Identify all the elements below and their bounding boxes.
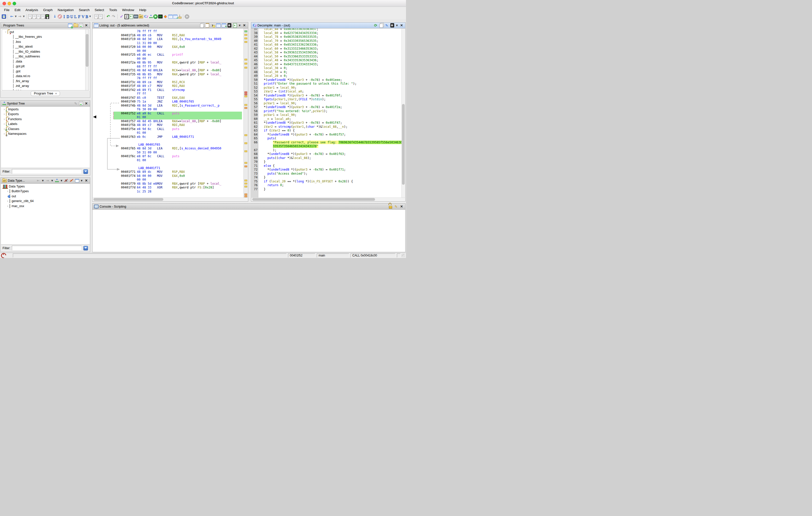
decompile-line[interactable]: 61 *(undefined8 *)(puVar3 + -0x78) = 0x4…	[252, 121, 402, 125]
no-entry-icon[interactable]	[58, 14, 62, 19]
listing-row[interactable]: 00401f25e8 d6 ecCALLprintf	[93, 53, 243, 57]
tree-item-namespaces[interactable]: ›{}Namespaces	[1, 131, 90, 136]
decompile-line[interactable]: 71 else {	[252, 164, 402, 168]
tree-item-got[interactable]: .got	[2, 69, 89, 74]
decompile-line[interactable]: 52 pcVar1 = local_90;	[252, 86, 402, 90]
expander-icon[interactable]: ›	[4, 30, 7, 34]
listing-row[interactable]: 00401f5b48 89 c7MOVRDI,RAX	[93, 123, 243, 127]
close-icon[interactable]: ✕	[84, 23, 88, 27]
diamond-icon[interactable]: ◆	[163, 14, 168, 19]
tab-close-icon[interactable]: ×	[55, 92, 57, 95]
tree-item-libcsubfreeres[interactable]: __libc_subfreeres	[2, 54, 89, 59]
refresh-icon[interactable]: ⟳	[374, 23, 378, 27]
tree-item-data-types[interactable]: Data Types	[1, 184, 90, 189]
caret-icon[interactable]: ▼	[14, 14, 17, 19]
decompile-line[interactable]: 56 pcVar1 = local_90;	[252, 101, 402, 105]
decompile-line[interactable]: 37 local_88 = 0x6636333639363037;	[252, 28, 402, 31]
listing-row[interactable]: 00401f5ee8 9d 6cCALLputs	[93, 127, 243, 131]
edit-icon[interactable]: ✎	[74, 101, 78, 105]
decompile-line[interactable]: 54 *(undefined8 *)(puVar3 + -0x78) = 0x4…	[252, 94, 402, 98]
ghidra-dragon-icon[interactable]	[0, 252, 7, 258]
edit-fields-icon[interactable]: ✎	[222, 24, 226, 27]
chevron-down-icon[interactable]: ▼	[238, 23, 241, 27]
decompile-line[interactable]: 44 local_50 = 0x3533663533353333;	[252, 55, 402, 59]
doc-prev-gray-icon[interactable]	[94, 14, 98, 19]
decompile-line[interactable]: 65 puts(	[252, 136, 402, 141]
new-tree-icon[interactable]	[68, 24, 72, 27]
tree-item-labels[interactable]: ›●Labels	[1, 122, 90, 127]
decompile-line[interactable]: 77 }	[252, 187, 402, 191]
window-icon[interactable]	[75, 179, 79, 182]
hierarchy-icon[interactable]	[149, 14, 153, 19]
chevron-down-icon[interactable]: ▼	[80, 178, 83, 183]
decompile-line[interactable]: 57 *(undefined8 *)(puVar3 + -0x78) = 0x4…	[252, 105, 402, 109]
decompile-line[interactable]: 40 local_70 = 0x3433303565363535;	[252, 39, 402, 43]
decompile-line[interactable]: 53 iVar2 = (int)local_a0;	[252, 90, 402, 94]
tree-item-tdata[interactable]: .tdata	[2, 88, 89, 90]
decompile-line[interactable]: 63 if (iVar2 == 0) {	[252, 129, 402, 133]
tree-item-functions[interactable]: ›fFunctions	[1, 117, 90, 122]
listing-row[interactable]: 00 00	[93, 57, 243, 61]
listing-row[interactable]: 00401f3c48 89 ceMOVRSI,RCX	[93, 80, 243, 84]
doc-next-gray-icon[interactable]	[99, 14, 103, 19]
cursor-select-icon[interactable]: ➤	[211, 23, 215, 27]
listing-row[interactable]: 01 00	[93, 115, 243, 119]
decompile-line[interactable]: 67 );	[252, 148, 402, 152]
scrollbar-thumb[interactable]	[402, 104, 405, 185]
tree-item-libcfreeresptrs[interactable]: __libc_freeres_ptrs	[2, 34, 89, 39]
listing-row[interactable]: 00401f7d64 48 33XORRBX,qword ptr FS:[0x2…	[93, 186, 243, 190]
listing-row[interactable]: 00401f3548 8b 85MOVRAX,qword ptr [RBP + …	[93, 72, 243, 77]
listing-row[interactable]: 00401f6ce8 8f 6cCALLputs	[93, 154, 243, 158]
arrow-down-blue-icon[interactable]: ↓	[52, 14, 57, 19]
listing-overview-margin[interactable]	[243, 28, 248, 198]
listing-row[interactable]: 00401f4785 c0TESTEAX,EAX	[93, 96, 243, 100]
decompile-body[interactable]: 37 local_88 = 0x6636333639363037;38 loca…	[252, 28, 405, 198]
listing-header[interactable]: Listing: out - (5 addresses selected) ➤ …	[92, 23, 248, 28]
tree-item-generic_clib_64[interactable]: ›generic_clib_64	[4, 199, 90, 204]
listing-row[interactable]: 00401f20b8 00 00MOVEAX,0x0	[93, 45, 243, 49]
listing-row[interactable]: 50 31 09 00	[93, 151, 243, 155]
close-icon[interactable]: ✕	[242, 23, 246, 27]
expander-icon[interactable]: ›	[2, 117, 6, 121]
listing-display-icon[interactable]	[233, 23, 237, 28]
close-icon[interactable]: ✕	[84, 101, 88, 105]
hierarchy-icon[interactable]	[55, 179, 59, 182]
caret-icon[interactable]: ▼	[89, 14, 91, 19]
listing-row[interactable]: 78 ff ff ff	[93, 29, 243, 33]
tree-item-data[interactable]: .data	[2, 59, 89, 64]
menu-tools[interactable]: Tools	[107, 7, 120, 12]
decompile-line[interactable]: 51 printf("Enter the password to unlock …	[252, 82, 402, 86]
binary-doc-icon[interactable]: 1001	[124, 14, 129, 19]
doc-up-gray-icon[interactable]	[41, 14, 45, 19]
tree-item-builtintypes[interactable]: ›BuiltInTypes	[4, 189, 90, 194]
scrollbar-thumb[interactable]	[252, 198, 375, 201]
decompile-line[interactable]: 48 local_30 = 0;	[252, 70, 402, 74]
import-icon[interactable]	[79, 101, 83, 105]
play-gray-icon[interactable]	[185, 14, 189, 19]
menu-search[interactable]: Search	[76, 7, 92, 12]
back-icon[interactable]: ←	[36, 178, 40, 183]
tree-item-out[interactable]: ›✓out	[4, 194, 90, 199]
listing-row[interactable]: 00401f42e8 89 f1CALLstrncmp	[93, 88, 243, 92]
expander-icon[interactable]: ›	[6, 189, 9, 193]
snapshot-icon[interactable]	[46, 14, 49, 19]
snapshot-icon[interactable]	[390, 23, 394, 27]
decompile-line[interactable]: 68 *(undefined8 *)(puVar3 + -0x78) = 0x4…	[252, 152, 402, 156]
decompile-line[interactable]: 41 local_68 = 0x6534313362363336;	[252, 43, 402, 47]
redo-icon[interactable]: ↷	[111, 14, 116, 19]
decompile-line[interactable]: 49 local_28 = 0;	[252, 74, 402, 78]
tree-item-initarray[interactable]: .init_array	[2, 84, 89, 89]
expander-icon[interactable]: ›	[6, 204, 9, 208]
listing-row[interactable]: 00 00	[93, 178, 243, 182]
decompile-line[interactable]: 38 local_80 = 0x6237363434353334;	[252, 31, 402, 35]
tree-item-libcIOvtables[interactable]: __libc_IO_vtables	[2, 49, 89, 54]
tree-item-exports[interactable]: ›Exports	[1, 112, 90, 117]
dt-folder-icon[interactable]: DT	[139, 15, 143, 19]
listing-row[interactable]: 00401f63eb 0cJMPLAB_00401f71	[93, 135, 243, 139]
menu-navigation[interactable]: Navigation	[55, 7, 76, 12]
decompile-line[interactable]: 55 fgets(pcVar1,iVar2,(FILE *)stdin);	[252, 97, 402, 101]
letter-U-icon[interactable]: U	[70, 14, 74, 19]
close-icon[interactable]: ✕	[400, 23, 404, 27]
tree-item-classes[interactable]: ›ⒸClasses	[1, 126, 90, 131]
listing-row[interactable]: 68 ff ff ff	[93, 65, 243, 69]
